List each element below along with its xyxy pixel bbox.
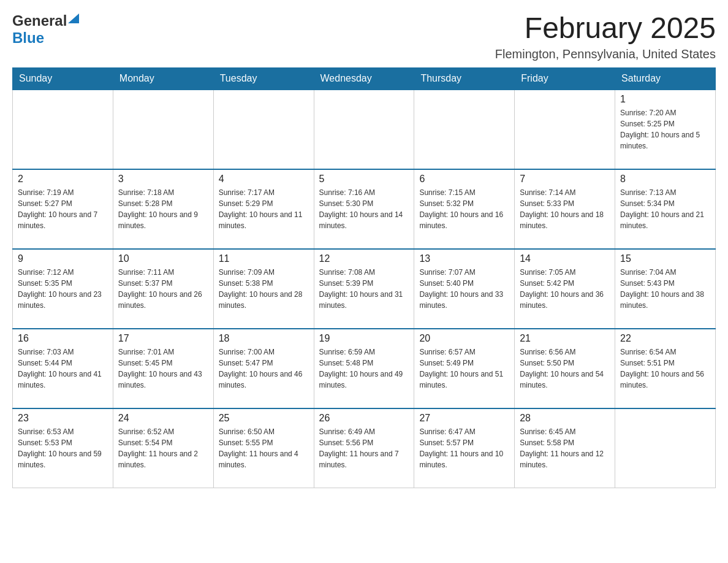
- day-number: 6: [419, 174, 509, 185]
- day-info: Sunrise: 6:49 AMSunset: 5:56 PMDaylight:…: [319, 426, 409, 470]
- day-info: Sunrise: 7:07 AMSunset: 5:40 PMDaylight:…: [419, 267, 509, 311]
- logo-triangle-icon: [68, 13, 79, 23]
- calendar-day-cell: [213, 90, 314, 169]
- day-info: Sunrise: 7:13 AMSunset: 5:34 PMDaylight:…: [620, 187, 710, 231]
- calendar-week-row: 16Sunrise: 7:03 AMSunset: 5:44 PMDayligh…: [13, 329, 716, 408]
- calendar-day-cell: 20Sunrise: 6:57 AMSunset: 5:49 PMDayligh…: [414, 329, 515, 408]
- day-info: Sunrise: 7:19 AMSunset: 5:27 PMDaylight:…: [18, 187, 108, 231]
- day-info: Sunrise: 7:03 AMSunset: 5:44 PMDaylight:…: [18, 347, 108, 391]
- day-info: Sunrise: 7:16 AMSunset: 5:30 PMDaylight:…: [319, 187, 409, 231]
- weekday-header: Monday: [113, 67, 213, 90]
- day-info: Sunrise: 6:52 AMSunset: 5:54 PMDaylight:…: [118, 426, 208, 470]
- day-number: 26: [319, 413, 409, 424]
- calendar-day-cell: 18Sunrise: 7:00 AMSunset: 5:47 PMDayligh…: [213, 329, 314, 408]
- calendar-day-cell: 7Sunrise: 7:14 AMSunset: 5:33 PMDaylight…: [515, 169, 615, 249]
- day-info: Sunrise: 7:05 AMSunset: 5:42 PMDaylight:…: [520, 267, 610, 311]
- day-info: Sunrise: 6:47 AMSunset: 5:57 PMDaylight:…: [419, 426, 509, 470]
- calendar-day-cell: 11Sunrise: 7:09 AMSunset: 5:38 PMDayligh…: [213, 249, 314, 329]
- calendar-day-cell: 13Sunrise: 7:07 AMSunset: 5:40 PMDayligh…: [414, 249, 515, 329]
- calendar-day-cell: [615, 408, 716, 488]
- calendar-day-cell: 23Sunrise: 6:53 AMSunset: 5:53 PMDayligh…: [13, 408, 113, 488]
- svg-marker-0: [68, 13, 79, 23]
- calendar-day-cell: [314, 90, 414, 169]
- calendar-day-cell: 24Sunrise: 6:52 AMSunset: 5:54 PMDayligh…: [113, 408, 213, 488]
- day-number: 5: [319, 174, 409, 185]
- day-number: 28: [520, 413, 610, 424]
- calendar-day-cell: [515, 90, 615, 169]
- calendar-header-row: SundayMondayTuesdayWednesdayThursdayFrid…: [13, 67, 716, 90]
- day-number: 17: [118, 333, 208, 344]
- month-title: February 2025: [495, 12, 716, 45]
- title-section: February 2025 Flemington, Pennsylvania, …: [495, 12, 716, 61]
- weekday-header: Saturday: [615, 67, 716, 90]
- day-number: 10: [118, 253, 208, 264]
- day-number: 20: [419, 333, 509, 344]
- location-title: Flemington, Pennsylvania, United States: [495, 47, 716, 61]
- calendar-day-cell: 4Sunrise: 7:17 AMSunset: 5:29 PMDaylight…: [213, 169, 314, 249]
- calendar-day-cell: 3Sunrise: 7:18 AMSunset: 5:28 PMDaylight…: [113, 169, 213, 249]
- weekday-header: Wednesday: [314, 67, 414, 90]
- logo-blue-text: Blue: [12, 29, 44, 46]
- day-number: 16: [18, 333, 108, 344]
- day-number: 2: [18, 174, 108, 185]
- day-info: Sunrise: 6:56 AMSunset: 5:50 PMDaylight:…: [520, 347, 610, 391]
- day-number: 11: [219, 253, 309, 264]
- day-number: 19: [319, 333, 409, 344]
- day-info: Sunrise: 7:20 AMSunset: 5:25 PMDaylight:…: [620, 107, 710, 151]
- day-number: 27: [419, 413, 509, 424]
- calendar-day-cell: 8Sunrise: 7:13 AMSunset: 5:34 PMDaylight…: [615, 169, 716, 249]
- calendar-day-cell: 25Sunrise: 6:50 AMSunset: 5:55 PMDayligh…: [213, 408, 314, 488]
- calendar-day-cell: 16Sunrise: 7:03 AMSunset: 5:44 PMDayligh…: [13, 329, 113, 408]
- logo-general-text: General: [12, 12, 67, 29]
- day-number: 24: [118, 413, 208, 424]
- weekday-header: Tuesday: [213, 67, 314, 90]
- day-info: Sunrise: 6:45 AMSunset: 5:58 PMDaylight:…: [520, 426, 610, 470]
- day-info: Sunrise: 7:01 AMSunset: 5:45 PMDaylight:…: [118, 347, 208, 391]
- calendar-day-cell: 22Sunrise: 6:54 AMSunset: 5:51 PMDayligh…: [615, 329, 716, 408]
- day-info: Sunrise: 7:15 AMSunset: 5:32 PMDaylight:…: [419, 187, 509, 231]
- day-number: 25: [219, 413, 309, 424]
- day-number: 7: [520, 174, 610, 185]
- day-info: Sunrise: 7:14 AMSunset: 5:33 PMDaylight:…: [520, 187, 610, 231]
- day-info: Sunrise: 7:11 AMSunset: 5:37 PMDaylight:…: [118, 267, 208, 311]
- day-number: 23: [18, 413, 108, 424]
- day-info: Sunrise: 7:00 AMSunset: 5:47 PMDaylight:…: [219, 347, 309, 391]
- calendar-day-cell: 19Sunrise: 6:59 AMSunset: 5:48 PMDayligh…: [314, 329, 414, 408]
- calendar-week-row: 2Sunrise: 7:19 AMSunset: 5:27 PMDaylight…: [13, 169, 716, 249]
- day-number: 4: [219, 174, 309, 185]
- day-number: 8: [620, 174, 710, 185]
- calendar-day-cell: 15Sunrise: 7:04 AMSunset: 5:43 PMDayligh…: [615, 249, 716, 329]
- calendar-day-cell: 12Sunrise: 7:08 AMSunset: 5:39 PMDayligh…: [314, 249, 414, 329]
- calendar-day-cell: [13, 90, 113, 169]
- day-info: Sunrise: 7:09 AMSunset: 5:38 PMDaylight:…: [219, 267, 309, 311]
- calendar-table: SundayMondayTuesdayWednesdayThursdayFrid…: [12, 67, 716, 489]
- day-info: Sunrise: 7:04 AMSunset: 5:43 PMDaylight:…: [620, 267, 710, 311]
- day-info: Sunrise: 6:54 AMSunset: 5:51 PMDaylight:…: [620, 347, 710, 391]
- calendar-day-cell: 10Sunrise: 7:11 AMSunset: 5:37 PMDayligh…: [113, 249, 213, 329]
- logo: General Blue: [12, 12, 79, 47]
- day-info: Sunrise: 6:50 AMSunset: 5:55 PMDaylight:…: [219, 426, 309, 470]
- day-number: 14: [520, 253, 610, 264]
- day-info: Sunrise: 7:17 AMSunset: 5:29 PMDaylight:…: [219, 187, 309, 231]
- day-info: Sunrise: 7:08 AMSunset: 5:39 PMDaylight:…: [319, 267, 409, 311]
- calendar-day-cell: 5Sunrise: 7:16 AMSunset: 5:30 PMDaylight…: [314, 169, 414, 249]
- day-info: Sunrise: 7:12 AMSunset: 5:35 PMDaylight:…: [18, 267, 108, 311]
- weekday-header: Friday: [515, 67, 615, 90]
- weekday-header: Sunday: [13, 67, 113, 90]
- calendar-week-row: 23Sunrise: 6:53 AMSunset: 5:53 PMDayligh…: [13, 408, 716, 488]
- day-number: 9: [18, 253, 108, 264]
- day-info: Sunrise: 6:59 AMSunset: 5:48 PMDaylight:…: [319, 347, 409, 391]
- day-number: 22: [620, 333, 710, 344]
- calendar-day-cell: [414, 90, 515, 169]
- day-number: 18: [219, 333, 309, 344]
- day-number: 15: [620, 253, 710, 264]
- day-info: Sunrise: 6:57 AMSunset: 5:49 PMDaylight:…: [419, 347, 509, 391]
- calendar-day-cell: [113, 90, 213, 169]
- day-number: 21: [520, 333, 610, 344]
- page-header: General Blue February 2025 Flemington, P…: [12, 12, 716, 61]
- calendar-day-cell: 21Sunrise: 6:56 AMSunset: 5:50 PMDayligh…: [515, 329, 615, 408]
- calendar-day-cell: 9Sunrise: 7:12 AMSunset: 5:35 PMDaylight…: [13, 249, 113, 329]
- day-number: 3: [118, 174, 208, 185]
- day-number: 1: [620, 94, 710, 105]
- calendar-day-cell: 27Sunrise: 6:47 AMSunset: 5:57 PMDayligh…: [414, 408, 515, 488]
